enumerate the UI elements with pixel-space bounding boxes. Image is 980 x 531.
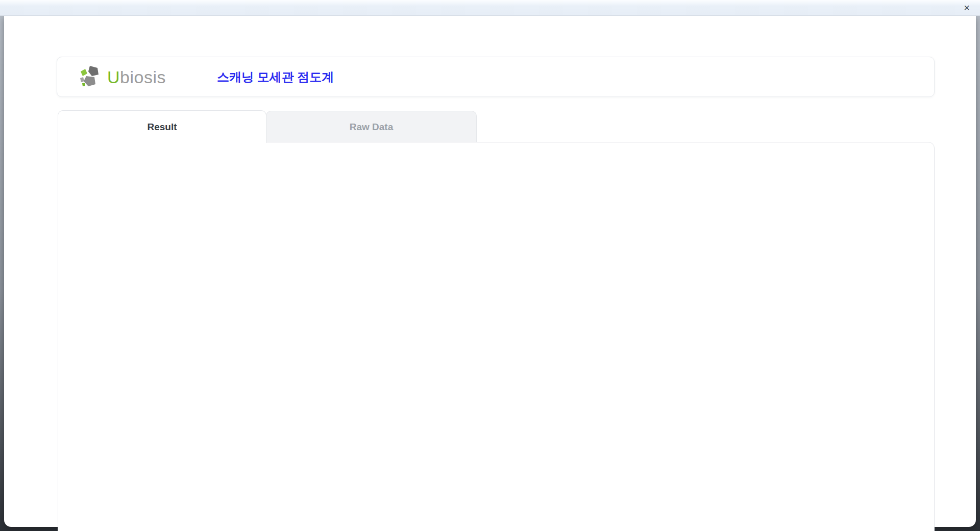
close-icon[interactable]: × [961, 2, 973, 14]
tab-raw-data[interactable]: Raw Data [266, 111, 477, 142]
logo-text: Ubiosis [107, 68, 166, 86]
app-title-korean: 스캐닝 모세관 점도계 [217, 69, 334, 85]
logo-letter-u: U [107, 67, 120, 87]
window-titlebar: × [0, 0, 980, 16]
screen: × Ubiosis 스캐닝 모세관 점도계 Result Raw Data [0, 0, 980, 531]
app-header: Ubiosis 스캐닝 모세관 점도계 [57, 57, 935, 97]
ubiosis-logo-icon [80, 65, 104, 89]
ubiosis-logo: Ubiosis [80, 65, 166, 89]
result-panel [58, 142, 935, 531]
tab-result[interactable]: Result [58, 110, 266, 143]
app-window: Ubiosis 스캐닝 모세관 점도계 Result Raw Data i Fi… [4, 15, 976, 527]
logo-biosis: biosis [120, 67, 166, 87]
